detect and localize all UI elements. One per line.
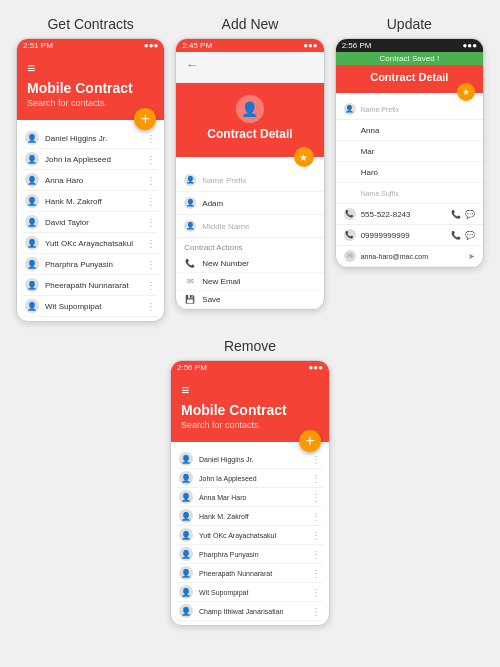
list-item[interactable]: 👤 Anna Mar Haro ⋮ [177, 488, 323, 507]
more-dots[interactable]: ⋮ [146, 280, 156, 291]
more-dots[interactable]: ⋮ [146, 259, 156, 270]
more-dots[interactable]: ⋮ [146, 238, 156, 249]
list-item[interactable]: 👤 Daniel Higgins Jr. ⋮ [177, 450, 323, 469]
middle-name-field[interactable]: 👤 Middle Name [176, 215, 323, 238]
last-name-update[interactable]: 👤 Haro [336, 162, 483, 183]
more-dots[interactable]: ⋮ [311, 492, 321, 503]
list-item[interactable]: 👤 Hank M. Zakroff ⋮ [23, 191, 158, 212]
avatar-icon: 👤 [179, 604, 193, 618]
avatar-icon: 👤 [25, 152, 39, 166]
signal-1: ●●● [144, 41, 159, 50]
phone-row-2[interactable]: 📞 09999999999 📞 💬 [336, 225, 483, 246]
list-item[interactable]: 👤 Pheerapath Nunnararat ⋮ [23, 275, 158, 296]
add-new-title: Add New [175, 16, 324, 32]
avatar-icon: 👤 [179, 547, 193, 561]
list-item[interactable]: 👤 Daniel Higgins Jr. ⋮ [23, 128, 158, 149]
avatar-icon: 👤 [179, 452, 193, 466]
remove-section: Remove 2:56 PM ●●● ≡ Mobile Contract Sea… [170, 338, 330, 626]
contact-name: Wit Supompipat [199, 589, 311, 596]
more-dots[interactable]: ⋮ [146, 301, 156, 312]
fab-add-4[interactable]: + [299, 430, 321, 452]
list-item[interactable]: 👤 John Ia Appleseed ⋮ [23, 149, 158, 170]
contact-name: John Ia Appleseed [45, 155, 146, 164]
star-badge-3[interactable]: ★ [457, 83, 475, 101]
list-item[interactable]: 👤 Pharphra Punyasin ⋮ [177, 545, 323, 564]
middle-name-update[interactable]: 👤 Mar [336, 141, 483, 162]
more-dots[interactable]: ⋮ [311, 530, 321, 541]
person-icon: 👤 [184, 197, 196, 209]
more-dots[interactable]: ⋮ [311, 606, 321, 617]
more-dots[interactable]: ⋮ [146, 196, 156, 207]
contact-name: Yutt OKc Arayachatsakul [199, 532, 311, 539]
call-icon-2[interactable]: 📞 [451, 231, 461, 240]
back-button[interactable]: ← [186, 58, 198, 72]
name-prefix-field[interactable]: 👤 Name Prefix [176, 169, 323, 192]
contact-name: Daniel Higgins Jr. [45, 134, 146, 143]
update-title: Update [335, 16, 484, 32]
more-dots[interactable]: ⋮ [146, 175, 156, 186]
avatar-icon: 👤 [179, 528, 193, 542]
person-icon: 👤 [344, 103, 356, 115]
menu-icon-4[interactable]: ≡ [181, 382, 319, 398]
contact-name: Anna Haro [45, 176, 146, 185]
msg-icon-1[interactable]: 💬 [465, 210, 475, 219]
more-dots[interactable]: ⋮ [146, 133, 156, 144]
call-icon-1[interactable]: 📞 [451, 210, 461, 219]
name-prefix-update[interactable]: 👤 Name Prefix [336, 99, 483, 120]
add-new-phone: 2:45 PM ●●● ← 👤 Contract Detail ★ 👤 Name… [175, 38, 324, 310]
new-email-action[interactable]: ✉ New Email [176, 273, 323, 291]
new-number-action[interactable]: 📞 New Number [176, 255, 323, 273]
list-item[interactable]: 👤 Anna Haro ⋮ [23, 170, 158, 191]
time-2: 2:45 PM [182, 41, 212, 50]
app-header-4: ≡ Mobile Contract Search for contacts. + [171, 374, 329, 442]
avatar-person-icon: 👤 [241, 101, 258, 117]
list-item[interactable]: 👤 Hank M. Zakroff ⋮ [177, 507, 323, 526]
msg-icon-2[interactable]: 💬 [465, 231, 475, 240]
save-action[interactable]: 💾 Save [176, 291, 323, 309]
avatar-section: 👤 Contract Detail ★ [176, 83, 323, 157]
phone-number-1: 555-522-8243 [361, 210, 411, 219]
contact-name: Yutt OKc Arayachatsakul [45, 239, 146, 248]
name-prefix-label: Name Prefix [361, 106, 400, 113]
list-item[interactable]: 👤 John Ia Appleseed ⋮ [177, 469, 323, 488]
name-suffix-update[interactable]: 👤 Name Suffix [336, 183, 483, 204]
update-screen-title: Contract Detail [346, 71, 473, 83]
list-item[interactable]: 👤 Yutt OKc Arayachatsakul ⋮ [23, 233, 158, 254]
list-item[interactable]: 👤 David Taylor ⋮ [23, 212, 158, 233]
more-dots[interactable]: ⋮ [146, 217, 156, 228]
more-dots[interactable]: ⋮ [311, 587, 321, 598]
first-name-field[interactable]: 👤 Adam [176, 192, 323, 215]
detail-screen-title: Contract Detail [207, 127, 292, 141]
middle-name-val: Mar [361, 147, 375, 156]
menu-icon-1[interactable]: ≡ [27, 60, 154, 76]
status-bar-3: 2:56 PM ●●● [336, 39, 483, 52]
first-name-update[interactable]: 👤 Anna [336, 120, 483, 141]
more-dots[interactable]: ⋮ [311, 549, 321, 560]
more-dots[interactable]: ⋮ [311, 568, 321, 579]
time-3: 2:56 PM [342, 41, 372, 50]
more-dots[interactable]: ⋮ [311, 511, 321, 522]
send-icon[interactable]: ➤ [468, 252, 475, 261]
phone-number-2: 09999999999 [361, 231, 410, 240]
phone-row-1[interactable]: 📞 555-522-8243 📞 💬 [336, 204, 483, 225]
avatar-icon: 👤 [25, 236, 39, 250]
top-row: Get Contracts 2:51 PM ●●● ≡ Mobile Contr… [16, 16, 484, 322]
list-item[interactable]: 👤 Pharphra Punyasin ⋮ [23, 254, 158, 275]
get-contracts-phone: 2:51 PM ●●● ≡ Mobile Contract Search for… [16, 38, 165, 322]
app-header-1: ≡ Mobile Contract Search for contacts. + [17, 52, 164, 120]
star-badge-2[interactable]: ★ [294, 147, 314, 167]
list-item[interactable]: 👤 Pheerapath Nunnararat ⋮ [177, 564, 323, 583]
more-dots[interactable]: ⋮ [311, 454, 321, 465]
more-dots[interactable]: ⋮ [311, 473, 321, 484]
list-item[interactable]: 👤 Wit Supompipat ⋮ [23, 296, 158, 317]
list-item[interactable]: 👤 Champ Ithiwat Janarisatian ⋮ [177, 602, 323, 621]
get-contracts-section: Get Contracts 2:51 PM ●●● ≡ Mobile Contr… [16, 16, 165, 322]
list-item[interactable]: 👤 Yutt OKc Arayachatsakul ⋮ [177, 526, 323, 545]
list-item[interactable]: 👤 Wit Supompipat ⋮ [177, 583, 323, 602]
email-row[interactable]: ✉ anna-haro@mac.com ➤ [336, 246, 483, 267]
more-dots[interactable]: ⋮ [146, 154, 156, 165]
contact-name: John Ia Appleseed [199, 475, 311, 482]
search-hint-1: Search for contacts. [27, 98, 154, 108]
avatar-icon: 👤 [25, 194, 39, 208]
contact-name: Champ Ithiwat Janarisatian [199, 608, 311, 615]
